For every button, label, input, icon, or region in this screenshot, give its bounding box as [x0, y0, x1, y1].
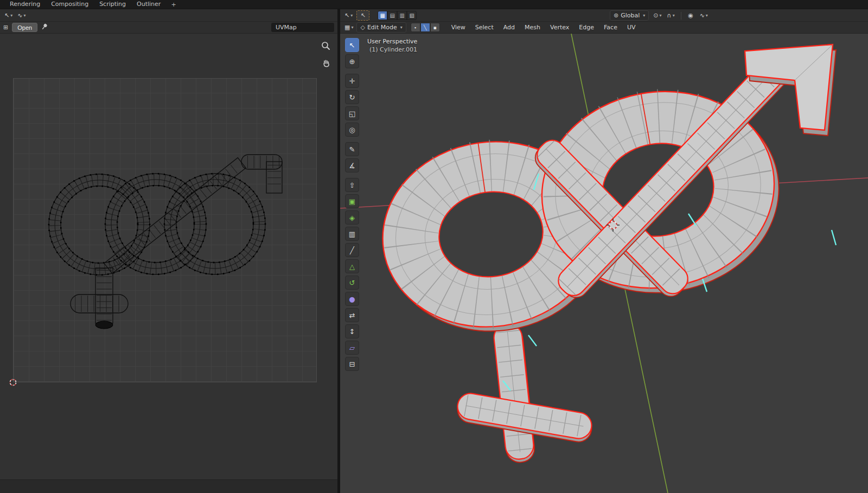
chevron-down-icon: ▾	[10, 13, 12, 18]
vertex-select-icon: ∙	[414, 25, 417, 30]
tool-inset-faces-button[interactable]: ▣	[345, 194, 359, 208]
add-workspace-button[interactable]: +	[166, 1, 181, 8]
edge-select-icon: ╲	[424, 25, 426, 30]
uv-ring-right	[164, 174, 265, 274]
tool-rip-region-button[interactable]: ⊟	[345, 357, 359, 371]
transform-orientation-dropdown[interactable]: ⊛ Global ▾	[610, 10, 649, 21]
uv-active-tool-dropdown[interactable]: ↖ ▾	[3, 10, 14, 20]
tool-shear-button[interactable]: ▱	[345, 341, 359, 355]
select-mode-group: ▦ ▤ ▥ ▧	[378, 11, 417, 20]
chevron-down-icon: ▾	[706, 13, 708, 18]
uv-header: ⊞ Open UVMap	[0, 22, 337, 34]
tool-measure-button[interactable]: ∡	[345, 158, 359, 172]
select-box-tool-icon: ↖	[361, 12, 366, 18]
3d-scene[interactable]	[340, 34, 868, 493]
uv-cross	[71, 268, 128, 329]
uv-2d-cursor	[9, 378, 17, 387]
proportional-editing-toggle[interactable]: ◉	[686, 11, 695, 21]
menu-add[interactable]: Add	[499, 22, 520, 33]
menu-vertex[interactable]: Vertex	[545, 22, 574, 33]
tool-poly-build-button[interactable]: △	[345, 259, 359, 273]
select-mode-intersect-button[interactable]: ▧	[407, 11, 417, 20]
tool-smooth-button[interactable]: ●	[345, 292, 359, 306]
select-mode-extend-button[interactable]: ▤	[387, 11, 397, 20]
uv-wireframe	[13, 78, 317, 382]
tool-bevel-button[interactable]: ◈	[345, 210, 359, 225]
tool-spin-button[interactable]: ↺	[345, 276, 359, 290]
pin-icon[interactable]	[41, 22, 48, 33]
active-tool-indicator[interactable]: ↖	[356, 10, 369, 21]
uv-falloff-dropdown[interactable]: ∿ ▾	[16, 10, 27, 20]
viewport-3d: ↖ ▾ ↖ ▦ ▤ ▥ ▧ ⊛ Glo	[340, 9, 868, 493]
tool-cursor-icon: ↖	[344, 12, 349, 18]
tool-transform-button[interactable]: ◎	[345, 123, 359, 137]
viewport-toolbar: ↖ ⊕ ✛ ↻ ◱ ◎ ✎ ∡ ⇧ ▣ ◈ ▥ ╱ △ ↺ ● ⇄	[344, 38, 360, 373]
snap-toggle[interactable]: ∩ ▾	[666, 11, 676, 21]
uv-canvas[interactable]	[0, 34, 337, 479]
uv-ring-left	[49, 174, 150, 275]
tool-knife-button[interactable]: ╱	[345, 243, 359, 257]
menu-face[interactable]: Face	[599, 22, 622, 33]
blender-window: Rendering Compositing Scripting Outliner…	[0, 0, 868, 493]
face-select-icon: ▪	[433, 25, 437, 30]
uv-editor: ↖ ▾ ∿ ▾ ⊞ Open UVMap	[0, 9, 337, 493]
mode-dropdown[interactable]: ◇ Edit Mode ▾	[356, 22, 406, 33]
female-cross-mesh	[455, 323, 595, 464]
proportional-editing-icon: ◉	[688, 12, 693, 18]
zoom-icon[interactable]	[321, 41, 330, 53]
tool-cursor-button[interactable]: ⊕	[345, 54, 359, 68]
chevron-down-icon: ▾	[351, 25, 353, 30]
move-icon: ✛	[349, 77, 355, 85]
menu-edge[interactable]: Edge	[574, 22, 599, 33]
orientation-globe-icon: ⊛	[614, 12, 618, 18]
workspace-tab-bar: Rendering Compositing Scripting Outliner…	[0, 0, 868, 9]
edit-mode-icon: ◇	[360, 24, 365, 30]
editor-type-dropdown[interactable]: ▦ ▾	[343, 23, 354, 33]
select-intersect-icon: ▧	[410, 12, 414, 18]
tool-move-button[interactable]: ✛	[345, 74, 359, 88]
pan-hand-icon[interactable]	[322, 59, 330, 70]
falloff-curve-icon: ∿	[700, 12, 705, 18]
cursor-icon: ⊕	[349, 57, 355, 66]
tab-compositing[interactable]: Compositing	[46, 0, 94, 9]
proportional-falloff-dropdown[interactable]: ∿ ▾	[699, 11, 709, 21]
chevron-down-icon: ▾	[660, 13, 662, 18]
tool-edge-slide-button[interactable]: ⇄	[345, 308, 359, 322]
menu-uv[interactable]: UV	[622, 22, 641, 33]
tool-settings-bar: ↖ ▾ ↖ ▦ ▤ ▥ ▧ ⊛ Glo	[340, 9, 868, 22]
open-image-button[interactable]: Open	[12, 23, 37, 32]
active-tool-dropdown[interactable]: ↖ ▾	[343, 10, 354, 20]
vertex-select-button[interactable]: ∙	[411, 23, 420, 32]
tool-select-box-button[interactable]: ↖	[345, 38, 359, 52]
menu-select[interactable]: Select	[470, 22, 499, 33]
tool-annotate-button[interactable]: ✎	[345, 142, 359, 156]
shear-icon: ▱	[349, 344, 355, 352]
orientation-label: Global	[621, 12, 640, 19]
new-image-icon[interactable]: ⊞	[3, 24, 8, 30]
tool-loop-cut-button[interactable]: ▥	[345, 227, 359, 241]
menu-view[interactable]: View	[446, 22, 470, 33]
uv-arrow-elbow	[241, 155, 282, 193]
menu-mesh[interactable]: Mesh	[520, 22, 545, 33]
select-mode-subtract-button[interactable]: ▥	[397, 11, 407, 20]
tool-extrude-region-button[interactable]: ⇧	[345, 178, 359, 192]
uv-tool-settings-bar: ↖ ▾ ∿ ▾	[0, 9, 337, 22]
face-select-button[interactable]: ▪	[430, 23, 440, 32]
select-mode-new-button[interactable]: ▦	[378, 11, 387, 20]
viewport-header: ▦ ▾ ◇ Edit Mode ▾ ∙ ╲ ▪ View Select Add	[340, 22, 868, 34]
tool-shrink-fatten-button[interactable]: ↕	[345, 324, 359, 338]
tool-rotate-button[interactable]: ↻	[345, 90, 359, 104]
tab-outliner[interactable]: Outliner	[131, 0, 166, 9]
pivot-point-dropdown[interactable]: ⊙ ▾	[652, 11, 662, 21]
tool-scale-button[interactable]: ◱	[345, 106, 359, 120]
edge-select-button[interactable]: ╲	[420, 23, 430, 32]
uvmap-selector[interactable]: UVMap	[271, 23, 334, 32]
chevron-down-icon: ▾	[643, 13, 645, 18]
active-object-label: (1) Cylinder.001	[367, 46, 417, 54]
tab-scripting[interactable]: Scripting	[94, 0, 131, 9]
spin-icon: ↺	[349, 279, 355, 287]
tab-rendering[interactable]: Rendering	[4, 0, 46, 9]
bevel-icon: ◈	[349, 214, 355, 222]
viewport-canvas[interactable]: ↖ ⊕ ✛ ↻ ◱ ◎ ✎ ∡ ⇧ ▣ ◈ ▥ ╱ △ ↺ ● ⇄	[340, 34, 868, 493]
knife-icon: ╱	[350, 246, 354, 254]
